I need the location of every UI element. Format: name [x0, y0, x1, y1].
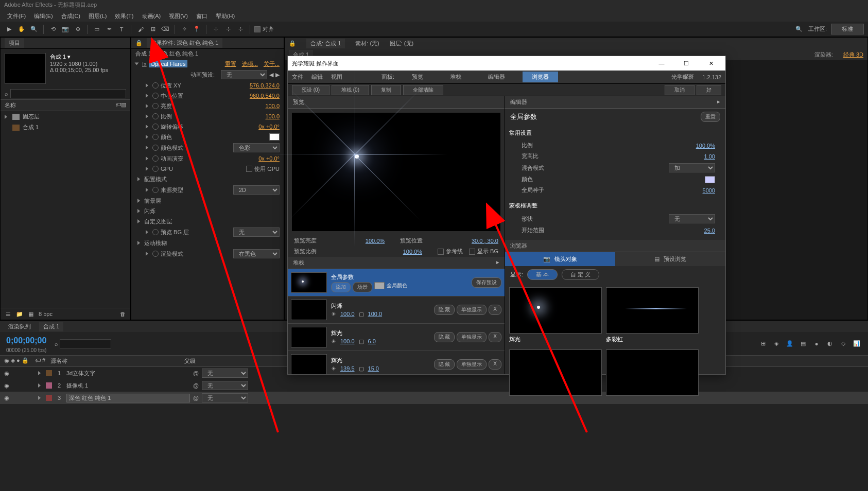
menu-view[interactable]: 视图(V) [166, 11, 191, 21]
stopwatch-icon[interactable] [152, 251, 159, 257]
rect-tool-icon[interactable]: ▭ [92, 24, 102, 34]
reset-button[interactable]: 重置 [701, 112, 720, 122]
lens-item-4[interactable] [606, 349, 699, 396]
menu-anim[interactable]: 动画(A) [139, 11, 164, 21]
disclosure-icon[interactable] [146, 104, 148, 108]
param-value[interactable]: 5000 [703, 187, 715, 194]
save-preset-button[interactable]: 保存预设 [472, 277, 501, 288]
disclosure-icon[interactable] [137, 199, 140, 203]
col-type-icon[interactable]: ▤ [121, 101, 126, 109]
parent-select[interactable]: 无 [202, 393, 248, 402]
dialog-titlebar[interactable]: 光学耀斑 操作界面 — ☐ ✕ [288, 56, 725, 71]
lens-objects-tab[interactable]: 📷 镜头对象 [505, 252, 615, 266]
delete-button[interactable]: X [489, 332, 501, 342]
minimize-button[interactable]: — [651, 57, 672, 69]
of-menu-file[interactable]: 文件 [292, 73, 303, 81]
layer-color-label[interactable] [46, 395, 52, 401]
stack-count-button[interactable]: 堆栈 (0) [332, 85, 369, 95]
property-select[interactable]: 2D [233, 185, 280, 195]
of-tab-preview[interactable]: 预览 [403, 72, 432, 82]
menu-effect[interactable]: 效果(T) [112, 11, 136, 21]
custom-filter-button[interactable]: 自 定 义 [562, 269, 599, 280]
brainstorm-icon[interactable]: ◐ [825, 339, 835, 349]
flare-preview-canvas[interactable] [292, 113, 500, 231]
comp-mini-flowchart-icon[interactable]: ⊞ [758, 339, 768, 349]
solo-button[interactable]: 单独显示 [457, 305, 487, 315]
pen-tool-icon[interactable]: ✒ [104, 24, 114, 34]
axis-local-icon[interactable]: ⊹ [211, 24, 221, 34]
disclosure-icon[interactable] [137, 241, 140, 245]
stack-val2[interactable]: 15.0 [368, 365, 379, 372]
clone-tool-icon[interactable]: ⊞ [148, 24, 158, 34]
roto-tool-icon[interactable]: ✧ [179, 24, 189, 34]
stack-val2[interactable]: 6.0 [368, 338, 376, 345]
guide-checkbox[interactable] [438, 249, 444, 255]
stopwatch-icon[interactable] [152, 113, 159, 119]
disclosure-icon[interactable] [146, 167, 148, 171]
disclosure-icon[interactable] [146, 156, 148, 161]
property-value[interactable]: 0x +0.0° [258, 124, 280, 130]
eye-icon[interactable]: ◉ [4, 370, 11, 377]
timeline-search-input[interactable] [60, 339, 111, 348]
ok-button[interactable]: 好 [697, 85, 721, 95]
stack-item[interactable]: 辉光☀100.0▢6.0隐 藏单独显示X [288, 324, 505, 351]
search-icon[interactable]: 🔍 [794, 24, 804, 34]
property-value[interactable]: 100.0 [265, 103, 280, 109]
axis-view-icon[interactable]: ⊹ [235, 24, 246, 34]
parent-col[interactable]: 父级 [184, 357, 196, 365]
property-select[interactable]: 无 [233, 227, 280, 237]
of-menu-view[interactable]: 视图 [331, 73, 342, 81]
project-item-folder[interactable]: 固态层 [1, 111, 130, 122]
next-preset-icon[interactable]: ▶ [275, 72, 280, 78]
col-name[interactable]: 名称 [5, 101, 115, 109]
lens-item-iris[interactable]: 多彩虹 [606, 287, 699, 345]
reset-link[interactable]: 重置 [225, 60, 236, 68]
disclosure-icon[interactable] [146, 230, 148, 234]
draft3d-icon[interactable]: ◈ [771, 339, 782, 349]
stopwatch-icon[interactable] [152, 187, 159, 193]
stopwatch-icon[interactable] [152, 82, 159, 89]
property-select[interactable]: 在黑色 [233, 249, 280, 258]
about-link[interactable]: 关于... [264, 60, 280, 68]
property-value[interactable]: 0x +0.0° [258, 155, 280, 162]
scene-button[interactable]: 场景 [353, 282, 372, 292]
stopwatch-icon[interactable] [152, 229, 159, 235]
snap-checkbox[interactable] [254, 26, 261, 32]
renderer-value[interactable]: 经典 3D [843, 51, 863, 59]
disclosure-icon[interactable] [146, 94, 148, 98]
color-swatch[interactable] [705, 176, 715, 183]
comp-thumbnail[interactable] [5, 53, 46, 84]
add-button[interactable]: 添加 [331, 282, 351, 292]
comp-timeline-tab[interactable]: 合成 1 [39, 322, 63, 331]
stopwatch-icon[interactable] [152, 145, 159, 151]
param-value[interactable]: 25.0 [704, 227, 715, 234]
cancel-button[interactable]: 取消 [665, 85, 695, 95]
parent-select[interactable]: 无 [202, 369, 248, 378]
property-select[interactable]: 色彩 [233, 143, 280, 152]
disclosure-icon[interactable] [146, 146, 148, 150]
axis-world-icon[interactable]: ⊹ [223, 24, 233, 34]
delete-button[interactable]: X [489, 305, 501, 315]
frameblend-icon[interactable]: ▤ [798, 339, 808, 349]
property-value[interactable]: 960.0,540.0 [250, 93, 280, 99]
close-button[interactable]: ✕ [701, 57, 721, 69]
hide-button[interactable]: 隐 藏 [434, 305, 455, 315]
effects-tab[interactable]: 效果控件: 深色 红色 纯色 1 [147, 38, 222, 48]
preview-scale-value[interactable]: 100.0% [403, 249, 422, 255]
disclosure-icon[interactable] [38, 396, 41, 400]
disclosure-icon[interactable] [146, 188, 148, 192]
disclosure-icon[interactable] [137, 219, 140, 223]
viewer-tab-footage[interactable]: 素材: (无) [355, 40, 379, 47]
stack-val1[interactable]: 139.5 [340, 365, 355, 372]
menu-window[interactable]: 窗口 [193, 11, 211, 21]
col-tag-icon[interactable]: 🏷 [115, 101, 121, 109]
pickwhip-icon[interactable]: @ [193, 370, 199, 376]
workspace-select[interactable]: 标准 [831, 24, 864, 34]
comp-new-icon[interactable]: ▦ [27, 310, 34, 318]
render-queue-tab[interactable]: 渲染队列 [4, 322, 35, 331]
viewer-tab-layer[interactable]: 图层: (无) [390, 40, 413, 47]
disclosure-icon[interactable] [146, 83, 148, 87]
motionblur-icon[interactable]: ● [811, 339, 822, 349]
menu-comp[interactable]: 合成(C) [58, 11, 83, 21]
color-swatch[interactable] [269, 133, 280, 141]
